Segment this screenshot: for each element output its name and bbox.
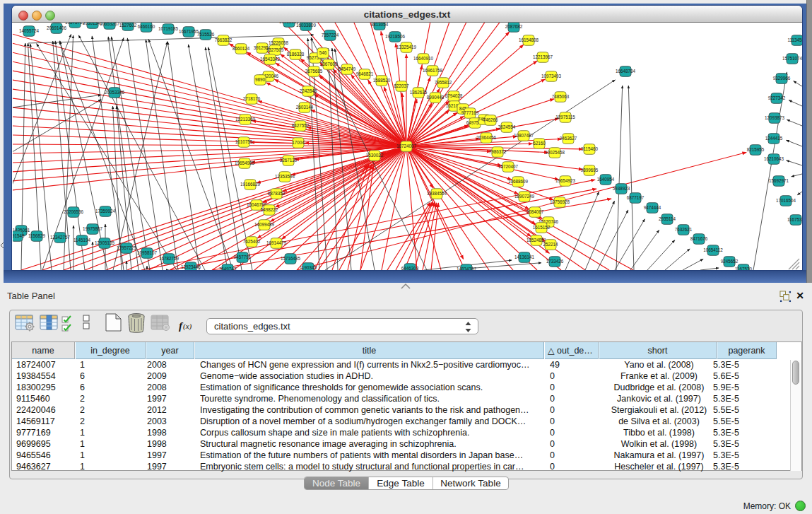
svg-text:9463627: 9463627 bbox=[559, 136, 577, 141]
svg-text:8471676: 8471676 bbox=[690, 236, 707, 241]
svg-text:8454749: 8454749 bbox=[338, 66, 355, 71]
svg-text:17004: 17004 bbox=[292, 140, 305, 145]
svg-text:9227342: 9227342 bbox=[767, 95, 785, 100]
svg-text:2367608: 2367608 bbox=[319, 62, 337, 66]
svg-text:252214: 252214 bbox=[543, 242, 558, 247]
svg-text:8427552: 8427552 bbox=[291, 123, 309, 128]
svg-text:9474444: 9474444 bbox=[643, 205, 661, 210]
svg-text:7663822: 7663822 bbox=[214, 37, 232, 42]
svg-text:1145194: 1145194 bbox=[73, 238, 90, 243]
svg-text:1640954: 1640954 bbox=[596, 177, 614, 182]
svg-text:10807487: 10807487 bbox=[513, 133, 534, 138]
svg-text:12905135: 12905135 bbox=[94, 240, 114, 245]
svg-text:1156829: 1156829 bbox=[28, 233, 45, 238]
svg-text:6466160: 6466160 bbox=[137, 24, 155, 29]
svg-text:2242848: 2242848 bbox=[299, 88, 317, 93]
svg-text:14099489: 14099489 bbox=[254, 222, 274, 227]
svg-text:9777169: 9777169 bbox=[461, 110, 478, 115]
svg-text:19166829: 19166829 bbox=[240, 182, 260, 187]
svg-text:5938923: 5938923 bbox=[612, 186, 630, 191]
svg-text:19654985: 19654985 bbox=[234, 160, 254, 165]
svg-text:9899695: 9899695 bbox=[580, 168, 598, 173]
svg-text:12342757: 12342757 bbox=[49, 235, 70, 240]
svg-text:6877197: 6877197 bbox=[626, 195, 644, 200]
svg-text:7649743: 7649743 bbox=[218, 267, 236, 270]
svg-text:1610755: 1610755 bbox=[235, 139, 252, 144]
svg-text:10654112: 10654112 bbox=[703, 247, 723, 252]
svg-text:7986372: 7986372 bbox=[488, 149, 506, 154]
svg-text:822037: 822037 bbox=[394, 83, 409, 88]
svg-text:16210643: 16210643 bbox=[763, 156, 784, 161]
svg-text:1167530: 1167530 bbox=[734, 267, 752, 270]
svg-text:20364456: 20364456 bbox=[476, 135, 496, 140]
svg-text:13325419: 13325419 bbox=[396, 45, 416, 49]
svg-text:12975115: 12975115 bbox=[555, 115, 575, 119]
svg-text:391549: 391549 bbox=[13, 233, 25, 238]
svg-text:8660124: 8660124 bbox=[232, 46, 249, 51]
svg-text:12213369: 12213369 bbox=[235, 117, 255, 122]
svg-text:12353594: 12353594 bbox=[274, 174, 295, 179]
svg-text:1615152: 1615152 bbox=[532, 225, 550, 230]
svg-text:19654923: 19654923 bbox=[555, 178, 575, 183]
svg-text:17359924: 17359924 bbox=[95, 209, 115, 214]
svg-text:10958107: 10958107 bbox=[136, 250, 157, 255]
svg-text:9115460: 9115460 bbox=[580, 146, 598, 151]
svg-text:17016504: 17016504 bbox=[775, 198, 796, 203]
svg-text:10688609: 10688609 bbox=[507, 179, 528, 184]
svg-text:9329966: 9329966 bbox=[772, 76, 790, 81]
svg-text:1190345: 1190345 bbox=[299, 265, 317, 270]
svg-text:7515526: 7515526 bbox=[196, 32, 214, 37]
svg-text:5498222: 5498222 bbox=[260, 207, 278, 212]
svg-text:7955812: 7955812 bbox=[434, 80, 452, 85]
svg-text:7625402: 7625402 bbox=[242, 239, 260, 244]
svg-text:16640910: 16640910 bbox=[413, 56, 433, 61]
svg-text:2603144: 2603144 bbox=[295, 105, 313, 110]
svg-text:10756928: 10756928 bbox=[549, 199, 570, 204]
svg-text:16961758: 16961758 bbox=[422, 68, 442, 73]
svg-text:(x): (x) bbox=[183, 322, 192, 331]
svg-text:20691406: 20691406 bbox=[46, 25, 66, 30]
svg-text:15720407: 15720407 bbox=[498, 164, 518, 169]
svg-text:9245652: 9245652 bbox=[720, 259, 738, 264]
svg-text:14055724: 14055724 bbox=[18, 28, 39, 33]
svg-text:8215955: 8215955 bbox=[746, 147, 764, 152]
svg-text:1244415: 1244415 bbox=[765, 136, 782, 141]
svg-text:1527602: 1527602 bbox=[119, 23, 136, 28]
svg-text:19218506: 19218506 bbox=[384, 34, 405, 39]
svg-text:546: 546 bbox=[319, 50, 326, 55]
svg-text:11134584: 11134584 bbox=[787, 37, 802, 42]
svg-text:9327509: 9327509 bbox=[266, 47, 283, 52]
svg-text:62160: 62160 bbox=[533, 141, 546, 146]
svg-text:16782759: 16782759 bbox=[158, 256, 179, 261]
svg-text:1733426: 1733426 bbox=[546, 259, 563, 264]
svg-text:19384554: 19384554 bbox=[426, 191, 447, 196]
svg-text:2087682: 2087682 bbox=[505, 24, 522, 29]
svg-text:15751074: 15751074 bbox=[782, 56, 801, 61]
svg-text:746266: 746266 bbox=[483, 117, 498, 122]
svg-text:7357224: 7357224 bbox=[321, 33, 339, 37]
svg-text:16914479: 16914479 bbox=[266, 240, 286, 245]
svg-text:3675685: 3675685 bbox=[305, 69, 322, 74]
svg-text:16154808: 16154808 bbox=[518, 37, 539, 42]
svg-text:10025458: 10025458 bbox=[544, 150, 565, 155]
svg-text:14136141: 14136141 bbox=[514, 255, 534, 259]
svg-text:7632621: 7632621 bbox=[674, 227, 692, 232]
svg-text:16648784: 16648784 bbox=[615, 69, 635, 74]
svg-text:18907249: 18907249 bbox=[514, 194, 534, 199]
svg-text:20206536: 20206536 bbox=[63, 209, 83, 214]
svg-text:15692971: 15692971 bbox=[768, 178, 789, 183]
svg-text:15716485: 15716485 bbox=[280, 256, 300, 261]
svg-text:8990448: 8990448 bbox=[426, 95, 444, 100]
svg-text:1362635: 1362635 bbox=[409, 90, 427, 95]
svg-text:9646821: 9646821 bbox=[355, 71, 373, 76]
svg-text:1588520: 1588520 bbox=[372, 78, 390, 83]
svg-text:20053346: 20053346 bbox=[104, 90, 124, 95]
svg-text:3267130: 3267130 bbox=[279, 158, 297, 163]
svg-text:19975867: 19975867 bbox=[82, 226, 102, 231]
svg-text:10719185: 10719185 bbox=[158, 26, 178, 31]
svg-text:10973493: 10973493 bbox=[541, 74, 561, 78]
svg-text:12093873: 12093873 bbox=[764, 115, 784, 120]
svg-text:16543342: 16543342 bbox=[259, 57, 280, 62]
svg-text:9084067: 9084067 bbox=[526, 209, 543, 214]
svg-text:1530022: 1530022 bbox=[365, 153, 383, 158]
